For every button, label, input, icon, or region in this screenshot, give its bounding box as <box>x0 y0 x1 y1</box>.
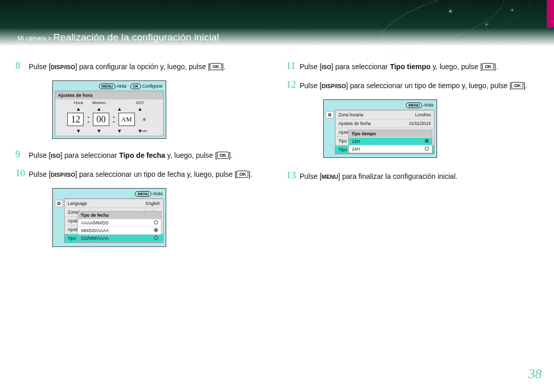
panel-title: Ajustes de hora <box>55 91 163 99</box>
key-ok: OK <box>236 171 248 178</box>
step-9: 9 Pulse [ISO] para seleccionar Tipo de f… <box>15 150 269 161</box>
key-disp-iso: DISP/ISO <box>322 83 346 89</box>
step-number: 13 <box>286 170 296 180</box>
step-13: 13 Pulse [MENU] para finalizar la config… <box>286 171 540 182</box>
page-number: 38 <box>528 366 542 382</box>
breadcrumb: Mi cámara > Realización de la configurac… <box>17 32 219 43</box>
gear-icon: ✿ <box>326 111 334 118</box>
key-disp-iso: DISP/ISO <box>51 172 75 178</box>
step-number: 11 <box>286 60 295 71</box>
key-disp-iso: DISP/ISO <box>51 64 75 70</box>
step-number: 12 <box>286 79 296 90</box>
step-11: 11 Pulse [ISO] para seleccionar Tipo tie… <box>286 61 540 72</box>
breadcrumb-section: Mi cámara > <box>17 35 51 42</box>
dst-cell[interactable]: ✲OFF <box>138 113 151 126</box>
minute-cell[interactable]: 00 <box>93 113 109 126</box>
page-title: Realización de la configuración inicial <box>53 32 220 43</box>
list-item[interactable]: 12H <box>349 137 432 145</box>
date-type-screen: ✿ MENU Atrás LanguageEnglish Zona horari… <box>52 188 166 247</box>
right-column: 11 Pulse [ISO] para seleccionar Tipo tie… <box>286 61 540 190</box>
date-type-popup: Tipo de fecha AAAA/MM/DD MM/DD/AAAA DD/M… <box>77 211 162 242</box>
list-item[interactable]: AAAA/MM/DD <box>78 219 161 226</box>
list-item[interactable]: 24H <box>349 145 432 153</box>
sparkle <box>511 9 513 11</box>
step-12: 12 Pulse [DISP/ISO] para seleccionar un … <box>286 80 540 91</box>
hour-cell[interactable]: 12 <box>67 113 84 126</box>
step-10: 10 Pulse [DISP/ISO] para seleccionar un … <box>15 169 269 180</box>
ampm-cell[interactable]: AM <box>118 113 135 126</box>
key-menu: MENU <box>322 174 338 180</box>
key-ok: OK <box>210 63 222 70</box>
time-type-screen: ✿ MENU Atrás Zona horariaLondres Ajustes… <box>323 99 437 158</box>
sparkle <box>486 24 487 25</box>
step-number: 8 <box>15 60 21 71</box>
step-8: 8 Pulse [DISP/ISO] para configurar la op… <box>15 61 269 72</box>
sparkle <box>449 10 451 12</box>
key-ok: OK <box>511 82 523 89</box>
step-number: 10 <box>15 168 25 178</box>
key-iso: ISO <box>322 64 331 70</box>
gear-icon: ✿ <box>55 200 63 207</box>
list-item[interactable]: DD/MM/AAAA <box>78 234 161 242</box>
left-column: 8 Pulse [DISP/ISO] para configurar la op… <box>15 61 269 247</box>
side-tab <box>547 0 554 28</box>
key-ok: OK <box>217 152 229 159</box>
list-item[interactable]: MM/DD/AAAA <box>78 226 161 234</box>
key-iso: ISO <box>51 153 61 159</box>
time-type-popup: Tipo tiempo 12H 24H <box>348 130 432 153</box>
step-number: 9 <box>15 149 21 159</box>
key-ok: OK <box>482 63 494 70</box>
time-settings-screen: MENU Atrás OK Configurar Ajustes de hora… <box>52 80 166 139</box>
